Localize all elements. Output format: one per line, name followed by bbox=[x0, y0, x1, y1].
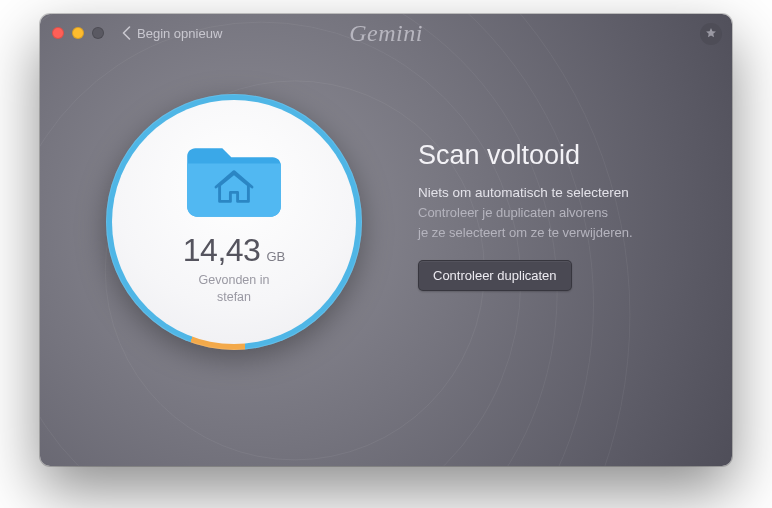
size-display: 14,43 GB bbox=[183, 232, 285, 269]
content-area: 14,43 GB Gevonden in stefan Scan voltooi… bbox=[40, 52, 732, 466]
found-in-name: stefan bbox=[217, 290, 251, 304]
close-window-button[interactable] bbox=[52, 27, 64, 39]
home-folder-icon bbox=[180, 134, 288, 222]
headline: Scan voltooid bbox=[418, 140, 702, 171]
window-controls bbox=[52, 27, 104, 39]
zoom-window-button[interactable] bbox=[92, 27, 104, 39]
subhead: Niets om automatisch te selecteren bbox=[418, 185, 702, 200]
size-value: 14,43 bbox=[183, 232, 261, 269]
back-button[interactable]: Begin opnieuw bbox=[122, 26, 222, 41]
detail-line-2: je ze selecteert om ze te verwijderen. bbox=[418, 223, 702, 243]
chevron-left-icon bbox=[122, 26, 131, 40]
found-in-label: Gevonden in bbox=[199, 273, 270, 287]
minimize-window-button[interactable] bbox=[72, 27, 84, 39]
size-unit: GB bbox=[266, 249, 285, 264]
detail-line-1: Controleer je duplicaten alvorens bbox=[418, 203, 702, 223]
result-disc: 14,43 GB Gevonden in stefan bbox=[106, 94, 362, 350]
result-panel: Scan voltooid Niets om automatisch te se… bbox=[418, 140, 702, 291]
review-duplicates-button[interactable]: Controleer duplicaten bbox=[418, 260, 572, 291]
star-icon bbox=[705, 25, 717, 43]
titlebar: Begin opnieuw Gemini bbox=[40, 14, 732, 52]
disc-inner: 14,43 GB Gevonden in stefan bbox=[112, 100, 356, 344]
app-window: Begin opnieuw Gemini bbox=[40, 14, 732, 466]
back-label: Begin opnieuw bbox=[137, 26, 222, 41]
favorites-button[interactable] bbox=[700, 23, 722, 45]
